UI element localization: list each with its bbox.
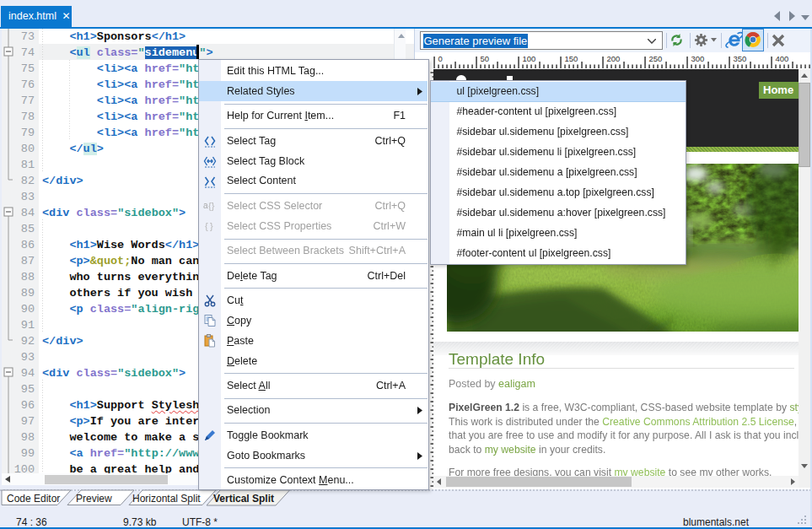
svg-text:400: 400 xyxy=(776,54,789,63)
svg-text:350: 350 xyxy=(734,54,747,63)
svg-text:Code Editor: Code Editor xyxy=(7,493,60,505)
svg-text:0: 0 xyxy=(438,54,443,63)
svg-text:Preview: Preview xyxy=(76,493,112,505)
svg-text:200: 200 xyxy=(607,54,621,63)
svg-text:{ }: { } xyxy=(205,221,213,231)
svg-text:100: 100 xyxy=(523,54,536,63)
svg-text:150: 150 xyxy=(565,54,578,63)
svg-text:300: 300 xyxy=(691,54,705,63)
svg-text:{}: {} xyxy=(208,201,215,211)
svg-text:50: 50 xyxy=(481,54,490,63)
svg-text:250: 250 xyxy=(649,54,663,63)
svg-text:Horizontal Split: Horizontal Split xyxy=(132,493,201,505)
svg-text:Vertical Split: Vertical Split xyxy=(213,493,274,505)
